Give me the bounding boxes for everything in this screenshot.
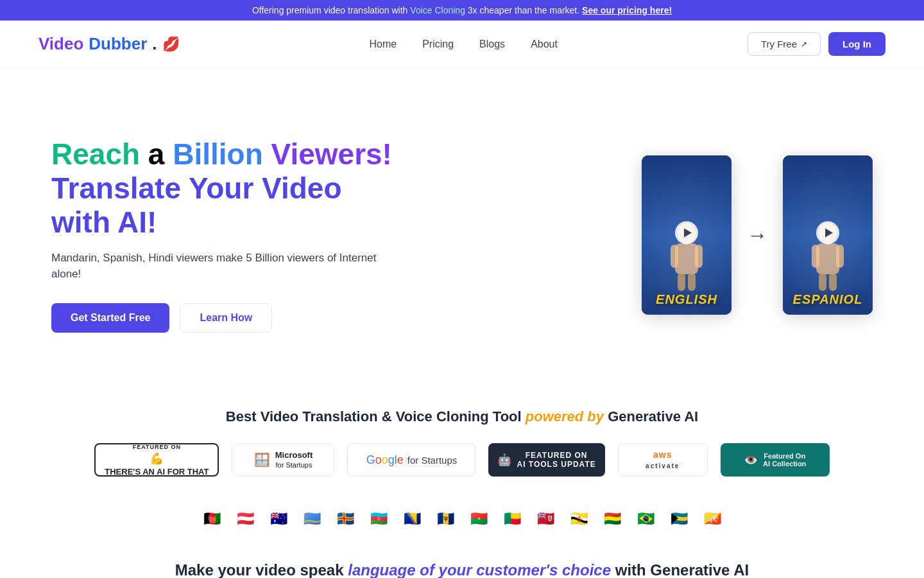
svg-rect-3 xyxy=(695,245,703,268)
hero-subtitle: Mandarin, Spanish, Hindi viewers make 5 … xyxy=(51,250,398,283)
headline-a: a xyxy=(148,137,173,171)
flag-item: 🇦🇽 xyxy=(330,509,360,529)
speak-title-after: with Generative AI xyxy=(611,561,749,578)
logo-video: Video xyxy=(38,34,83,54)
speak-title: Make your video speak language of your c… xyxy=(38,561,886,578)
svg-rect-2 xyxy=(671,245,678,268)
nav-blogs[interactable]: Blogs xyxy=(479,39,505,49)
banner-text: Offering premium video translation with xyxy=(252,5,410,15)
top-banner: Offering premium video translation with … xyxy=(0,0,924,21)
badges-title-before: Best Video Translation & Voice Cloning T… xyxy=(226,408,526,425)
nav-pricing[interactable]: Pricing xyxy=(422,39,454,49)
powered-by-text: powered by xyxy=(526,408,604,425)
svg-rect-5 xyxy=(688,273,696,291)
flag-item: 🇦🇿 xyxy=(364,509,393,529)
flag-item: 🇦🇫 xyxy=(197,509,227,529)
logo-dot: . xyxy=(152,34,157,54)
logo-dubber: Dubber xyxy=(89,34,147,54)
pricing-link[interactable]: See our pricing here! xyxy=(582,5,672,15)
flag-item: 🇧🇲 xyxy=(531,509,560,529)
microsoft-icon: 🪟 xyxy=(254,452,270,468)
video-label-english: ENGLISH xyxy=(642,292,732,307)
badge-aicollection-text: Featured OnAI Collection xyxy=(763,452,806,468)
hero-left: Reach a Billion Viewers! Translate Your … xyxy=(51,137,398,333)
learn-how-button[interactable]: Learn How xyxy=(180,303,272,333)
arrow-icon: → xyxy=(747,223,767,247)
badge-google: Google for Startups xyxy=(347,443,475,477)
flag-item: 🇧🇹 xyxy=(697,509,727,529)
flag-item: 🇧🇳 xyxy=(564,509,594,529)
headline-reach: Reach xyxy=(51,137,140,171)
flag-item: 🇧🇧 xyxy=(431,509,460,529)
logo[interactable]: VideoDubber. 💋 xyxy=(38,34,180,54)
badge-aws: awsactivate xyxy=(618,443,708,477)
badges-row: FEATURED ON 💪 THERE'S AN AI FOR THAT 🪟 M… xyxy=(38,443,886,477)
speak-title-before: Make your video speak xyxy=(175,561,348,578)
badges-title: Best Video Translation & Voice Cloning T… xyxy=(38,408,886,425)
flag-item: 🇧🇫 xyxy=(464,509,493,529)
flag-item: 🇧🇦 xyxy=(397,509,427,529)
badge-aitools-text: FEATURED ONAI TOOLS UPDATE xyxy=(517,451,595,469)
svg-rect-11 xyxy=(829,273,837,291)
flags-row: 🇦🇫🇦🇹🇦🇺🇦🇼🇦🇽🇦🇿🇧🇦🇧🇧🇧🇫🇧🇯🇧🇲🇧🇳🇧🇴🇧🇷🇧🇸🇧🇹 xyxy=(0,496,924,542)
lips-icon: 💋 xyxy=(162,36,180,53)
flag-item: 🇦🇺 xyxy=(264,509,293,529)
flag-item: 🇧🇴 xyxy=(597,509,627,529)
badge-google-text: Google xyxy=(366,453,404,467)
google-for-startups-text: for Startups xyxy=(407,455,458,466)
svg-rect-1 xyxy=(675,243,698,274)
theres-icon: 💪 xyxy=(150,451,164,466)
video-thumb-espaniol: ESPANIOL xyxy=(783,155,873,315)
play-icon-english xyxy=(684,228,692,237)
banner-middle: 3x cheaper than the market. xyxy=(465,5,582,15)
speak-section: Make your video speak language of your c… xyxy=(0,542,924,578)
svg-rect-8 xyxy=(812,245,819,268)
nav-actions: Try Free ↗ Log In xyxy=(748,32,886,56)
flag-item: 🇧🇸 xyxy=(664,509,694,529)
nav-links: Home Pricing Blogs About xyxy=(370,39,558,50)
hero-headline: Reach a Billion Viewers! Translate Your … xyxy=(51,137,398,240)
svg-rect-4 xyxy=(678,273,685,291)
video-thumb-english: ENGLISH xyxy=(642,155,732,315)
login-button[interactable]: Log In xyxy=(828,32,886,56)
badges-section: Best Video Translation & Voice Cloning T… xyxy=(0,389,924,496)
badge-microsoft: 🪟 Microsoftfor Startups xyxy=(232,443,334,477)
headline-viewers: Viewers! xyxy=(271,137,392,171)
aitools-icon: 🤖 xyxy=(497,453,511,467)
svg-rect-9 xyxy=(836,245,844,268)
badge-aicollection: 👁️ Featured OnAI Collection xyxy=(721,443,830,477)
flag-item: 🇧🇷 xyxy=(631,509,660,529)
svg-rect-10 xyxy=(819,273,826,291)
badges-title-after: Generative AI xyxy=(604,408,698,425)
try-free-button[interactable]: Try Free ↗ xyxy=(748,32,821,56)
voice-cloning-link[interactable]: Voice Cloning xyxy=(410,5,465,15)
speak-italic-text: language of your customer's choice xyxy=(348,561,611,578)
badge-theres-main: THERE'S AN AI FOR THAT xyxy=(105,467,209,477)
get-started-button[interactable]: Get Started Free xyxy=(51,303,169,333)
nav-home[interactable]: Home xyxy=(370,39,397,49)
external-link-icon: ↗ xyxy=(801,40,807,49)
hero-right: ENGLISH → ESPANIOL xyxy=(642,155,873,315)
play-button-english[interactable] xyxy=(675,221,698,244)
navbar: VideoDubber. 💋 Home Pricing Blogs About … xyxy=(0,21,924,68)
video-label-espaniol: ESPANIOL xyxy=(783,292,873,307)
badge-theres: FEATURED ON 💪 THERE'S AN AI FOR THAT xyxy=(94,443,219,477)
aicollection-icon: 👁️ xyxy=(744,453,758,467)
svg-rect-7 xyxy=(816,243,839,274)
headline-translate: Translate Your Video with AI! xyxy=(51,171,342,239)
badge-theres-top: FEATURED ON xyxy=(133,444,181,450)
play-button-espaniol[interactable] xyxy=(816,221,839,244)
hero-buttons: Get Started Free Learn How xyxy=(51,303,398,333)
badge-aitools: 🤖 FEATURED ONAI TOOLS UPDATE xyxy=(488,443,604,477)
headline-billion: Billion xyxy=(173,137,263,171)
play-icon-espaniol xyxy=(825,228,833,237)
nav-about[interactable]: About xyxy=(531,39,558,49)
flag-item: 🇦🇹 xyxy=(230,509,260,529)
badge-microsoft-text: Microsoftfor Startups xyxy=(275,450,313,469)
flag-item: 🇧🇯 xyxy=(497,509,527,529)
badge-aws-text: awsactivate xyxy=(646,450,680,470)
hero-section: Reach a Billion Viewers! Translate Your … xyxy=(0,68,924,389)
flag-item: 🇦🇼 xyxy=(297,509,327,529)
